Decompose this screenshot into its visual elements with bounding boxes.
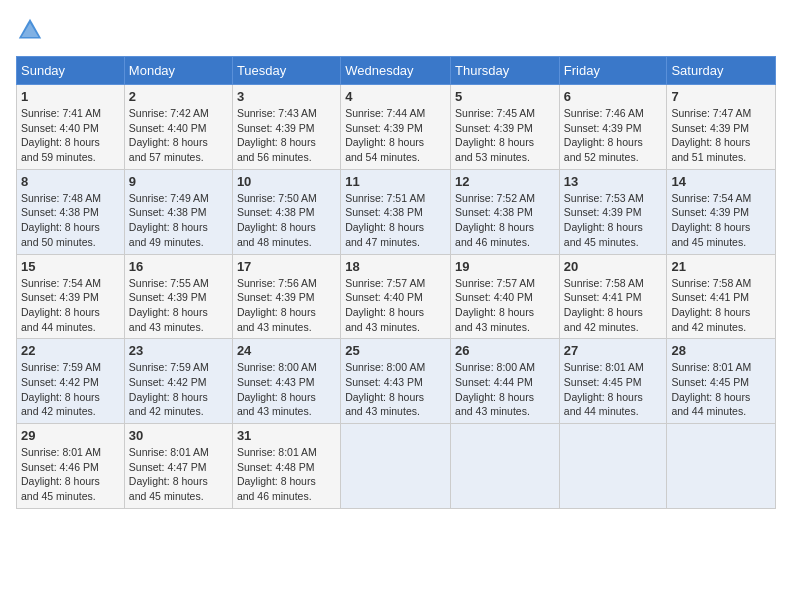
day-number: 7 <box>671 89 771 104</box>
day-info: Sunrise: 7:43 AM Sunset: 4:39 PM Dayligh… <box>237 106 336 165</box>
sunset-label: Sunset: <box>237 461 276 473</box>
calendar-cell: 9 Sunrise: 7:49 AM Sunset: 4:38 PM Dayli… <box>124 169 232 254</box>
sunset-value: 4:43 PM <box>275 376 314 388</box>
logo-icon <box>16 16 44 44</box>
day-number: 18 <box>345 259 446 274</box>
daylight-minutes: and 43 minutes. <box>237 405 312 417</box>
sunrise-label: Sunrise: <box>345 192 386 204</box>
daylight-value: 8 hours <box>499 221 534 233</box>
sunrise-value: 8:01 AM <box>62 446 101 458</box>
sunrise-value: 8:00 AM <box>497 361 536 373</box>
sunset-value: 4:48 PM <box>275 461 314 473</box>
sunset-label: Sunset: <box>129 206 168 218</box>
sunset-label: Sunset: <box>129 291 168 303</box>
calendar-week-row: 15 Sunrise: 7:54 AM Sunset: 4:39 PM Dayl… <box>17 254 776 339</box>
sunset-value: 4:38 PM <box>494 206 533 218</box>
daylight-minutes: and 46 minutes. <box>455 236 530 248</box>
calendar-cell: 15 Sunrise: 7:54 AM Sunset: 4:39 PM Dayl… <box>17 254 125 339</box>
sunset-value: 4:46 PM <box>60 461 99 473</box>
sunset-label: Sunset: <box>564 122 603 134</box>
daylight-value: 8 hours <box>281 221 316 233</box>
daylight-minutes: and 52 minutes. <box>564 151 639 163</box>
calendar-cell: 26 Sunrise: 8:00 AM Sunset: 4:44 PM Dayl… <box>451 339 560 424</box>
sunrise-value: 7:46 AM <box>605 107 644 119</box>
daylight-value: 8 hours <box>608 306 643 318</box>
calendar-cell: 12 Sunrise: 7:52 AM Sunset: 4:38 PM Dayl… <box>451 169 560 254</box>
daylight-label: Daylight: <box>237 306 281 318</box>
sunrise-value: 7:43 AM <box>278 107 317 119</box>
day-number: 23 <box>129 343 228 358</box>
daylight-label: Daylight: <box>237 221 281 233</box>
sunrise-label: Sunrise: <box>129 277 170 289</box>
daylight-label: Daylight: <box>129 221 173 233</box>
sunset-label: Sunset: <box>345 291 384 303</box>
daylight-label: Daylight: <box>345 136 389 148</box>
calendar-header-row: SundayMondayTuesdayWednesdayThursdayFrid… <box>17 57 776 85</box>
sunrise-value: 7:54 AM <box>62 277 101 289</box>
sunrise-value: 8:01 AM <box>605 361 644 373</box>
sunrise-label: Sunrise: <box>671 107 712 119</box>
calendar-cell: 24 Sunrise: 8:00 AM Sunset: 4:43 PM Dayl… <box>232 339 340 424</box>
sunrise-label: Sunrise: <box>129 107 170 119</box>
daylight-value: 8 hours <box>715 136 750 148</box>
sunrise-value: 7:57 AM <box>387 277 426 289</box>
daylight-label: Daylight: <box>21 221 65 233</box>
daylight-value: 8 hours <box>173 306 208 318</box>
daylight-minutes: and 49 minutes. <box>129 236 204 248</box>
sunrise-value: 7:51 AM <box>387 192 426 204</box>
daylight-value: 8 hours <box>389 136 424 148</box>
sunset-value: 4:43 PM <box>384 376 423 388</box>
sunrise-value: 8:00 AM <box>387 361 426 373</box>
daylight-label: Daylight: <box>671 221 715 233</box>
daylight-value: 8 hours <box>281 306 316 318</box>
sunset-value: 4:38 PM <box>60 206 99 218</box>
daylight-label: Daylight: <box>455 136 499 148</box>
sunset-label: Sunset: <box>129 376 168 388</box>
sunset-label: Sunset: <box>564 206 603 218</box>
weekday-header: Friday <box>559 57 667 85</box>
daylight-minutes: and 44 minutes. <box>564 405 639 417</box>
calendar-table: SundayMondayTuesdayWednesdayThursdayFrid… <box>16 56 776 509</box>
sunset-label: Sunset: <box>237 291 276 303</box>
daylight-value: 8 hours <box>499 306 534 318</box>
sunrise-label: Sunrise: <box>237 192 278 204</box>
sunset-label: Sunset: <box>564 291 603 303</box>
daylight-value: 8 hours <box>499 391 534 403</box>
sunrise-value: 7:58 AM <box>713 277 752 289</box>
calendar-cell: 6 Sunrise: 7:46 AM Sunset: 4:39 PM Dayli… <box>559 85 667 170</box>
sunset-label: Sunset: <box>345 376 384 388</box>
daylight-label: Daylight: <box>237 136 281 148</box>
day-number: 13 <box>564 174 663 189</box>
sunset-label: Sunset: <box>21 291 60 303</box>
sunrise-label: Sunrise: <box>21 446 62 458</box>
daylight-minutes: and 54 minutes. <box>345 151 420 163</box>
daylight-label: Daylight: <box>455 391 499 403</box>
sunset-value: 4:40 PM <box>494 291 533 303</box>
calendar-cell: 21 Sunrise: 7:58 AM Sunset: 4:41 PM Dayl… <box>667 254 776 339</box>
day-info: Sunrise: 7:56 AM Sunset: 4:39 PM Dayligh… <box>237 276 336 335</box>
day-number: 30 <box>129 428 228 443</box>
daylight-value: 8 hours <box>65 136 100 148</box>
sunrise-label: Sunrise: <box>455 107 496 119</box>
sunrise-label: Sunrise: <box>21 107 62 119</box>
calendar-cell: 10 Sunrise: 7:50 AM Sunset: 4:38 PM Dayl… <box>232 169 340 254</box>
daylight-value: 8 hours <box>389 306 424 318</box>
day-number: 4 <box>345 89 446 104</box>
sunset-value: 4:39 PM <box>602 206 641 218</box>
day-info: Sunrise: 7:55 AM Sunset: 4:39 PM Dayligh… <box>129 276 228 335</box>
daylight-value: 8 hours <box>281 136 316 148</box>
day-info: Sunrise: 7:57 AM Sunset: 4:40 PM Dayligh… <box>455 276 555 335</box>
daylight-value: 8 hours <box>65 391 100 403</box>
sunrise-label: Sunrise: <box>129 361 170 373</box>
day-number: 1 <box>21 89 120 104</box>
daylight-minutes: and 45 minutes. <box>564 236 639 248</box>
day-number: 20 <box>564 259 663 274</box>
calendar-cell: 31 Sunrise: 8:01 AM Sunset: 4:48 PM Dayl… <box>232 424 340 509</box>
sunset-value: 4:39 PM <box>602 122 641 134</box>
day-info: Sunrise: 7:42 AM Sunset: 4:40 PM Dayligh… <box>129 106 228 165</box>
calendar-cell <box>341 424 451 509</box>
day-number: 25 <box>345 343 446 358</box>
day-info: Sunrise: 8:01 AM Sunset: 4:47 PM Dayligh… <box>129 445 228 504</box>
logo <box>16 16 48 44</box>
calendar-cell: 22 Sunrise: 7:59 AM Sunset: 4:42 PM Dayl… <box>17 339 125 424</box>
